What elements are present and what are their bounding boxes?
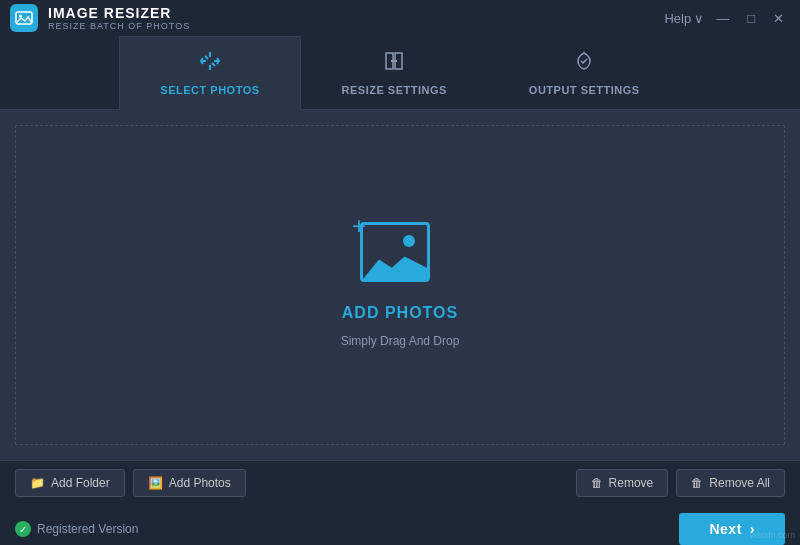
status-text: Registered Version: [37, 522, 138, 536]
tabbar: SELECT PHOTOS RESIZE SETTINGS OUTPUT SET…: [0, 36, 800, 110]
tab-resize-settings[interactable]: RESIZE SETTINGS: [301, 36, 488, 109]
add-photos-button[interactable]: 🖼️ Add Photos: [133, 469, 246, 497]
toolbar-left: 📁 Add Folder 🖼️ Add Photos: [15, 469, 246, 497]
add-photos-label: ADD PHOTOS: [342, 304, 458, 322]
add-photos-sublabel: Simply Drag And Drop: [341, 334, 460, 348]
svg-rect-0: [16, 12, 32, 24]
status-left: ✓ Registered Version: [15, 521, 138, 537]
svg-point-1: [19, 15, 22, 18]
svg-line-7: [212, 63, 215, 66]
bottom-toolbar: 📁 Add Folder 🖼️ Add Photos 🗑 Remove 🗑 Re…: [0, 460, 800, 505]
photo-frame: [360, 222, 430, 282]
watermark: wscdn.com: [750, 530, 795, 540]
titlebar-right: Help ∨ — □ ✕: [664, 9, 790, 28]
toolbar-right: 🗑 Remove 🗑 Remove All: [576, 469, 785, 497]
titlebar-left: IMAGE RESIZER RESIZE BATCH OF PHOTOS: [10, 4, 190, 32]
app-title-block: IMAGE RESIZER RESIZE BATCH OF PHOTOS: [48, 5, 190, 31]
add-photo-icon: +: [360, 222, 440, 292]
photo-icon: 🖼️: [148, 476, 163, 490]
output-settings-icon: [572, 49, 596, 78]
remove-button[interactable]: 🗑 Remove: [576, 469, 669, 497]
add-folder-button[interactable]: 📁 Add Folder: [15, 469, 125, 497]
minimize-button[interactable]: —: [710, 9, 735, 28]
select-photos-label: SELECT PHOTOS: [160, 84, 259, 96]
app-subtitle: RESIZE BATCH OF PHOTOS: [48, 21, 190, 31]
registered-icon: ✓: [15, 521, 31, 537]
titlebar: IMAGE RESIZER RESIZE BATCH OF PHOTOS Hel…: [0, 0, 800, 36]
trash-all-icon: 🗑: [691, 476, 703, 490]
tab-select-photos[interactable]: SELECT PHOTOS: [119, 36, 300, 110]
svg-line-6: [205, 56, 208, 59]
output-settings-label: OUTPUT SETTINGS: [529, 84, 640, 96]
statusbar: ✓ Registered Version Next ›: [0, 505, 800, 545]
folder-icon: 📁: [30, 476, 45, 490]
drop-zone[interactable]: + ADD PHOTOS Simply Drag And Drop: [15, 125, 785, 445]
app-title: IMAGE RESIZER: [48, 5, 190, 21]
resize-settings-label: RESIZE SETTINGS: [342, 84, 447, 96]
help-button[interactable]: Help ∨: [664, 11, 704, 26]
remove-all-button[interactable]: 🗑 Remove All: [676, 469, 785, 497]
trash-icon: 🗑: [591, 476, 603, 490]
close-button[interactable]: ✕: [767, 9, 790, 28]
app-icon: [10, 4, 38, 32]
resize-settings-icon: [382, 49, 406, 78]
select-photos-icon: [198, 49, 222, 78]
drop-area-content: + ADD PHOTOS Simply Drag And Drop: [341, 222, 460, 348]
next-button[interactable]: Next ›: [679, 513, 785, 545]
maximize-button[interactable]: □: [741, 9, 761, 28]
tab-output-settings[interactable]: OUTPUT SETTINGS: [488, 36, 681, 109]
